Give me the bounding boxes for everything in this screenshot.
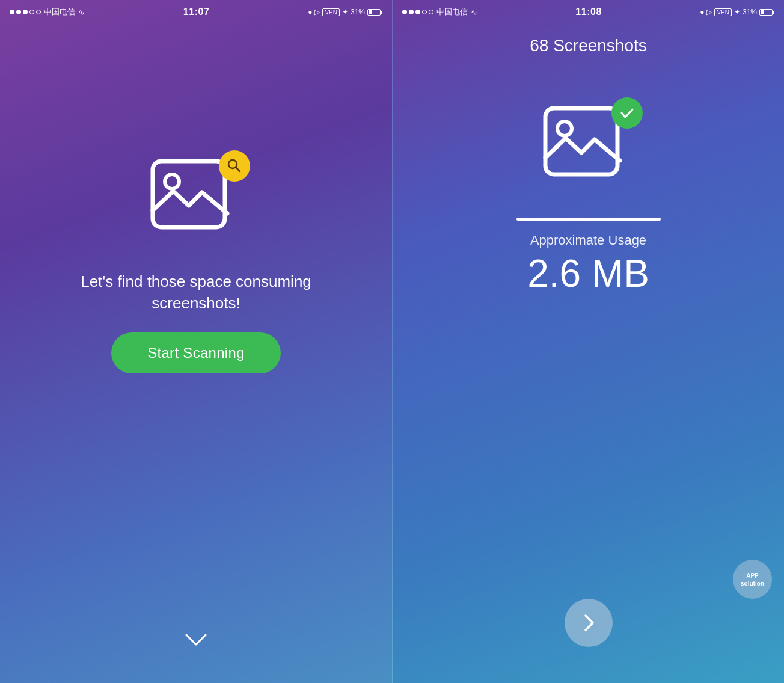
status-time-left: 11:07 — [183, 7, 209, 17]
dot-4 — [29, 10, 34, 14]
carrier-name: 中国电信 — [44, 7, 75, 17]
status-bar-right: 中国电信 ∿ 11:08 ● ▷ VPN ✦ 31% — [393, 0, 784, 24]
checked-icon-area — [541, 103, 637, 200]
right-panel: 中国电信 ∿ 11:08 ● ▷ VPN ✦ 31% 68 Screenshot… — [392, 0, 784, 683]
dot-r3 — [415, 10, 420, 14]
signal-dots-right — [402, 10, 433, 14]
dot-r5 — [429, 10, 433, 14]
vpn-badge-right: VPN — [714, 8, 732, 16]
next-button[interactable] — [565, 599, 613, 647]
dot-3 — [23, 10, 28, 14]
app-solution-badge: APPsolution — [733, 560, 772, 599]
svg-point-1 — [165, 174, 179, 189]
carrier-name-right: 中国电信 — [436, 7, 468, 17]
checkmark-icon — [619, 105, 635, 121]
usage-section: Approximate Usage 2.6 MB — [516, 218, 661, 296]
battery-icon-right — [759, 9, 774, 16]
status-right-left: ● ▷ VPN ✦ 31% — [308, 8, 382, 16]
battery-icon — [367, 9, 382, 16]
app-solution-text: APPsolution — [741, 572, 764, 587]
dot-5 — [36, 10, 41, 14]
wifi-icon-right: ∿ — [471, 8, 477, 17]
signal-dots — [10, 10, 41, 14]
svg-point-5 — [557, 121, 572, 136]
usage-bar — [516, 218, 661, 221]
dot-1 — [10, 10, 14, 14]
scan-icon-area — [148, 156, 244, 253]
battery-percent: 31% — [351, 8, 365, 16]
svg-rect-0 — [153, 161, 225, 227]
vpn-badge: VPN — [322, 8, 340, 16]
search-badge — [219, 150, 250, 182]
bluetooth-icon-right: ✦ — [734, 8, 740, 16]
location-icon: ▷ — [314, 8, 320, 16]
status-left: 中国电信 ∿ — [10, 7, 85, 17]
dot-r4 — [422, 10, 427, 14]
dot-r2 — [409, 10, 414, 14]
dot-2 — [16, 10, 21, 14]
status-time-right: 11:08 — [575, 7, 601, 17]
location-icon-right: ▷ — [706, 8, 712, 16]
chevron-down-icon — [184, 632, 208, 647]
svg-rect-4 — [545, 108, 617, 174]
left-panel: 中国电信 ∿ 11:07 ● ▷ VPN ✦ 31% — [0, 0, 392, 683]
dot-r1 — [402, 10, 407, 14]
battery-percent-right: 31% — [743, 8, 757, 16]
checkmark-badge — [611, 97, 643, 129]
status-bar-left: 中国电信 ∿ 11:07 ● ▷ VPN ✦ 31% — [0, 0, 392, 24]
lock-icon-right: ● — [700, 8, 704, 16]
status-left-right: 中国电信 ∿ — [402, 7, 477, 17]
search-icon — [226, 158, 243, 174]
screenshots-count: 68 Screenshots — [530, 36, 647, 55]
status-right-right: ● ▷ VPN ✦ 31% — [700, 8, 774, 16]
usage-value: 2.6 MB — [516, 251, 661, 296]
wifi-icon: ∿ — [78, 8, 85, 17]
start-scanning-button[interactable]: Start Scanning — [111, 332, 281, 373]
lock-icon: ● — [308, 8, 312, 16]
svg-line-3 — [236, 168, 240, 172]
main-description: Let's find those space consuming screens… — [0, 271, 392, 314]
chevron-right-icon — [578, 612, 599, 634]
bluetooth-icon: ✦ — [342, 8, 348, 16]
usage-label: Approximate Usage — [516, 233, 661, 248]
